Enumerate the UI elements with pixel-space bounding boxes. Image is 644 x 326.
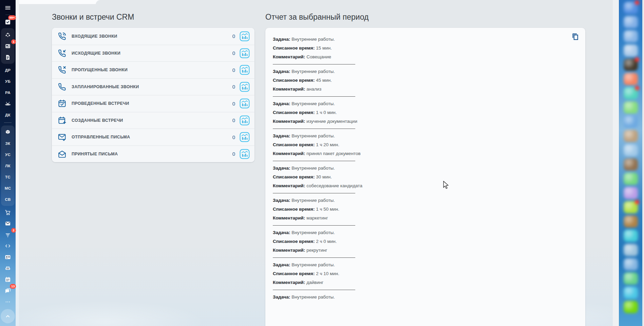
crm-metrics-card: ВХОДЯЩИЕ ЗВОНКИ 0 ИСХОДЯЩИЕ ЗВОНКИ 0 ПРО… <box>52 28 254 162</box>
chart-icon[interactable] <box>240 31 250 41</box>
crm-metric-row[interactable]: ИСХОДЯЩИЕ ЗВОНКИ 0 <box>52 45 254 62</box>
notification-badge: 13 <box>10 284 16 289</box>
crm-metric-row[interactable]: СОЗДАННЫЕ ВСТРЕЧИ 0 <box>52 112 254 129</box>
sidebar-item-network[interactable] <box>1 29 15 40</box>
chart-icon[interactable] <box>240 115 250 126</box>
sidebar-item-filter[interactable]: 2 <box>1 229 15 240</box>
crm-metric-row[interactable]: ВХОДЯЩИЕ ЗВОНКИ 0 <box>52 28 254 45</box>
crm-metric-label: ПРОВЕДЕННЫЕ ВСТРЕЧИ <box>72 101 232 106</box>
crm-metric-row[interactable]: ПРОПУЩЕННЫЕ ЗВОНКИ 0 <box>52 61 254 78</box>
entry-task: Задача: Внутренние работы. <box>273 166 572 171</box>
sidebar-item-tasks[interactable]: 99+ <box>1 16 15 27</box>
dock-app-icon[interactable] <box>624 116 638 128</box>
copy-icon[interactable] <box>571 32 580 41</box>
crm-metric-row[interactable]: ЗАПЛАНИРОВАННЫЕ ЗВОНКИ 0 <box>52 78 254 95</box>
dock-app-icon[interactable] <box>624 287 638 299</box>
sidebar-item-us[interactable]: УС <box>1 149 15 160</box>
entry-divider <box>273 225 355 226</box>
dock-app-icon[interactable] <box>624 44 638 57</box>
sidebar-item-document[interactable] <box>1 52 15 63</box>
sidebar-item-robot[interactable] <box>1 98 15 109</box>
filter-icon <box>4 231 11 238</box>
dock-app-icon[interactable] <box>624 215 638 228</box>
scroll-to-top-button[interactable] <box>1 309 15 323</box>
entry-divider <box>273 257 355 258</box>
sidebar-group: ЗКУСЛКТСМССВ <box>1 126 15 206</box>
dock-app-icon[interactable] <box>624 258 638 270</box>
sidebar-item-dk[interactable]: ДК <box>1 109 15 120</box>
dock-app-icon[interactable] <box>624 187 638 199</box>
page-scrollbar-track[interactable] <box>613 0 619 326</box>
sidebar-item-box[interactable] <box>1 127 15 138</box>
sidebar-item-label: ЛК <box>5 164 11 168</box>
sidebar-item-ub[interactable]: УБ <box>1 76 15 87</box>
sidebar-item-label: УС <box>5 153 11 157</box>
sidebar-item-lk[interactable]: ЛК <box>1 160 15 171</box>
dock-app-icon[interactable] <box>624 87 638 99</box>
report-entry: Задача: Внутренние работы.Списанное врем… <box>273 230 572 258</box>
mail-check-icon <box>58 133 67 141</box>
sidebar-item-calendar[interactable] <box>1 274 15 285</box>
crm-metric-row[interactable]: ПРИНЯТЫЕ ПИСЬМА 0 <box>52 146 254 162</box>
sidebar-item-zk[interactable]: ЗК <box>1 138 15 149</box>
sidebar-item-drive[interactable] <box>1 263 15 274</box>
crm-metric-label: ВХОДЯЩИЕ ЗВОНКИ <box>72 34 232 39</box>
crm-metric-row[interactable]: ПРОВЕДЕННЫЕ ВСТРЕЧИ 0 <box>52 95 254 112</box>
dock-app-icon[interactable] <box>624 59 638 71</box>
sidebar-item-news[interactable]: 1 <box>1 40 15 52</box>
left-sidebar: 99+1ДРУБРАДКЗКУСЛКТСМССВ213 <box>0 0 16 326</box>
sidebar-item-code[interactable] <box>1 240 15 251</box>
left-menu-column <box>16 0 19 326</box>
dock-app-icon[interactable] <box>624 130 638 142</box>
dock-app-icon[interactable] <box>624 173 638 185</box>
dock-app-icon[interactable] <box>624 144 638 156</box>
sidebar-item-sv[interactable]: СВ <box>1 194 15 205</box>
chart-icon[interactable] <box>240 132 250 142</box>
sidebar-item-label: УБ <box>5 79 11 83</box>
crm-metric-label: СОЗДАННЫЕ ВСТРЕЧИ <box>72 118 232 123</box>
crm-metric-label: ИСХОДЯЩИЕ ЗВОНКИ <box>72 51 232 56</box>
dock-app-icon[interactable] <box>624 2 638 14</box>
dock-app-icon[interactable] <box>624 244 638 256</box>
entry-comment: Комментарий: анализ <box>273 87 572 92</box>
entry-time: Списанное время: 1 ч 20 мин. <box>273 142 572 148</box>
dock-app-icon[interactable] <box>624 230 638 242</box>
drive-icon <box>4 265 11 272</box>
chart-icon[interactable] <box>240 149 250 159</box>
sidebar-item-mail[interactable] <box>1 218 15 229</box>
phone-missed-icon <box>58 65 67 74</box>
entry-task: Задача: Внутренние работы. <box>273 198 572 203</box>
sidebar-group: 1 <box>1 28 15 64</box>
sidebar-item-chat[interactable]: 13 <box>1 285 15 296</box>
dock-app-icon[interactable] <box>624 101 638 114</box>
chart-icon[interactable] <box>240 98 250 109</box>
dock-app-icon[interactable] <box>624 73 638 85</box>
chart-icon[interactable] <box>240 65 250 75</box>
sidebar-item-contacts[interactable] <box>1 251 15 263</box>
dock-app-icon[interactable] <box>624 272 638 285</box>
sidebar-divider <box>5 15 10 15</box>
dock-app-icon[interactable] <box>624 158 638 171</box>
report-entries-list: Задача: Внутренние работы.Списанное врем… <box>273 37 572 300</box>
sidebar-item-dr[interactable]: ДР <box>1 64 15 76</box>
sidebar-item-cart[interactable] <box>1 207 15 218</box>
dock-app-icon[interactable] <box>624 30 638 42</box>
sidebar-item-more[interactable] <box>1 296 15 307</box>
entry-time: Списанное время: 30 мин. <box>273 174 572 180</box>
calendar-icon <box>4 276 11 283</box>
dock-app-icon[interactable] <box>624 301 638 313</box>
dock-app-icon[interactable] <box>624 201 638 213</box>
entry-time: Списанное время: 2 ч 0 мин. <box>273 239 572 244</box>
sidebar-item-label: ДР <box>5 68 11 72</box>
dock-icon-list <box>619 2 642 315</box>
crm-metric-row[interactable]: ОТПРАВЛЕННЫЕ ПИСЬМА 0 <box>52 129 254 146</box>
chart-icon[interactable] <box>240 82 250 92</box>
entry-divider <box>273 290 355 290</box>
sidebar-item-ms[interactable]: МС <box>1 183 15 194</box>
crm-metric-count: 0 <box>232 134 235 140</box>
sidebar-item-menu[interactable] <box>1 2 15 13</box>
dock-app-icon[interactable] <box>624 16 638 28</box>
sidebar-item-ts[interactable]: ТС <box>1 171 15 183</box>
sidebar-item-ra[interactable]: РА <box>1 87 15 98</box>
chart-icon[interactable] <box>240 48 250 58</box>
